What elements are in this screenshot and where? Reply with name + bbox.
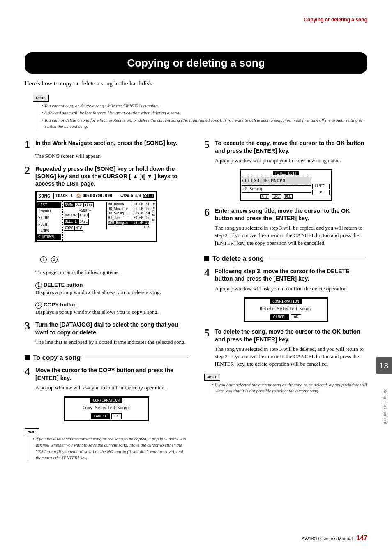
scr-btn: NAME xyxy=(64,202,74,207)
step-head: Move the cursor to the COPY button and p… xyxy=(35,366,188,381)
footer: AW1600 Owner's Manual 147 xyxy=(302,534,367,543)
step-number: 5 xyxy=(204,139,215,150)
meter-label: L R xyxy=(108,225,149,229)
item-body: Displays a popup window that allows you … xyxy=(35,309,188,316)
scr-btn: LOAD xyxy=(78,213,89,218)
song-row-selected: JP_Swing xyxy=(108,211,124,216)
popup-msg: Copy Selected Song? xyxy=(65,403,148,412)
note-text: If you have selected the current song as… xyxy=(215,382,367,393)
step-head: To delete the song, move the cursor to t… xyxy=(215,328,367,343)
step-head: To execute the copy, move the cursor to … xyxy=(215,139,367,154)
step-number: 3 xyxy=(25,321,35,332)
step-number: 1 xyxy=(25,139,35,150)
lcd-screenshot-song-list: SONG TRACK 1 🏠 00:00:00.000 ♩=120.0 4/4 … xyxy=(35,191,157,242)
lr-val: 6 xyxy=(149,206,155,210)
popup-title-edit: TITLE EDIT CDEFGHIJKLMNOPQ JP_Swing A≒a … xyxy=(240,169,332,201)
step-head: Turn the [DATA/JOG] dial to select the s… xyxy=(35,321,188,336)
side-tab: SETUP xyxy=(37,215,61,221)
popup-msg: Delete Selected Song? xyxy=(245,304,327,313)
note-1: You cannot copy or delete a song while t… xyxy=(44,103,159,108)
header-section-title: Copying or deleting a song xyxy=(25,16,367,23)
hint-label: HINT xyxy=(25,428,39,435)
section-square-icon xyxy=(204,256,209,261)
popup-copy-confirm: CONFIRMATION Copy Selected Song? CANCELO… xyxy=(64,396,149,421)
callout-2: 2 xyxy=(51,256,58,263)
step-body: A popup window will ask you to confirm t… xyxy=(35,384,188,391)
te-cancel: CANCEL xyxy=(312,184,330,189)
lr-val: 48 xyxy=(149,218,155,222)
step-body: A popup window will ask you to confirm t… xyxy=(215,285,367,292)
step-body: The song you selected in step 3 will be … xyxy=(215,224,367,247)
titleedit-title: TITLE EDIT xyxy=(273,171,298,175)
footer-model: AW1600 Owner's Manual xyxy=(302,536,353,541)
intro-text: Here's how to copy or delete a song in t… xyxy=(25,79,367,88)
lr-val: 12 xyxy=(149,210,155,214)
section-square-icon xyxy=(25,355,30,360)
song-row: BB_Bossa xyxy=(108,202,124,207)
step-body: The song you selected in step 3 will be … xyxy=(215,345,367,368)
song-row: JB_Shuffle xyxy=(108,207,128,211)
enc-num: 2 xyxy=(35,302,42,309)
top-notes-block: • You cannot copy or delete a song while… xyxy=(37,103,367,130)
scr-btn-delete: DELETE xyxy=(64,219,78,224)
note-3: You cannot delete a song for which prote… xyxy=(44,117,363,129)
lr-val: 20 xyxy=(149,214,155,218)
side-tab-list: LIST xyxy=(37,202,61,208)
sort-label: SORT xyxy=(81,209,89,212)
scr-btn: NEW xyxy=(74,226,83,231)
popup-ok: OK xyxy=(111,413,122,419)
te-btn: DEL xyxy=(284,194,293,199)
step-number: 4 xyxy=(204,267,215,278)
item-title: COPY button xyxy=(44,302,77,308)
song-size: 84.0M 24 xyxy=(133,202,149,207)
popup-title: CONFIRMATION xyxy=(270,299,302,304)
side-chapter-label: Song management xyxy=(382,382,388,431)
scr-btn: OLD xyxy=(74,202,83,207)
scr-btn-copy: COPY xyxy=(64,226,74,231)
song-size: 98.7M 16 xyxy=(133,221,149,225)
popup-title: CONFIRMATION xyxy=(90,398,122,403)
te-btn: A≒a xyxy=(260,194,269,199)
step-number: 5 xyxy=(204,328,215,339)
te-ok: OK xyxy=(312,190,330,195)
note-block-2: • If you have selected the current song … xyxy=(208,382,367,394)
char-row: CDEFGHIJKLMNOPQ xyxy=(242,177,311,184)
screen-tempo: ♩=120.0 4/4 xyxy=(119,194,141,198)
note-label: NOTE xyxy=(204,374,220,381)
hint-block: • If you have selected the current song … xyxy=(28,436,188,461)
song-size: 80.0M 16 xyxy=(133,216,149,220)
step-body: A popup window will prompt you to enter … xyxy=(215,157,367,164)
popup-ok: OK xyxy=(291,314,301,320)
popup-cancel: CANCEL xyxy=(91,413,110,419)
note-label: NOTE xyxy=(33,95,49,102)
scr-btn: SAVE xyxy=(78,219,89,224)
popup-cancel: CANCEL xyxy=(270,314,290,320)
side-tab: TEMPO xyxy=(37,228,61,234)
lr-val: 0 xyxy=(149,202,155,206)
popup-delete-confirm: CONFIRMATION Delete Selected Song? CANCE… xyxy=(244,297,328,322)
song-row-hl: SRU_Boogie xyxy=(108,221,128,225)
step-number: 6 xyxy=(204,207,215,218)
hint-text: If you have selected the current song as… xyxy=(35,436,187,460)
song-row: BJ_Jam xyxy=(108,216,120,220)
step-head: Following step 3, move the cursor to the… xyxy=(215,267,367,282)
step-body: The line that is enclosed by a dotted fr… xyxy=(35,339,188,346)
side-tab: SHUTDWN xyxy=(37,234,61,240)
screen-bar: 001.1 xyxy=(143,194,154,198)
step-head: Repeatedly press the [SONG] key or hold … xyxy=(35,165,188,188)
screen-counter: 00:00:00.000 xyxy=(83,193,112,199)
song-size: 153M 24 xyxy=(135,211,149,216)
items-intro: This page contains the following items. xyxy=(35,269,188,276)
step-body: The SONG screen will appear. xyxy=(35,152,188,160)
step-head: In the Work Navigate section, press the … xyxy=(35,139,178,147)
section-title: To delete a song xyxy=(212,254,264,263)
side-tab: POINT xyxy=(37,221,61,228)
item-title: DELETE button xyxy=(44,282,83,288)
page-number: 147 xyxy=(356,534,367,541)
song-size: 61.5M 16 xyxy=(133,207,149,211)
step-number: 4 xyxy=(25,366,35,377)
step-number: 2 xyxy=(25,165,35,176)
title-input: JP_Swing xyxy=(242,185,311,193)
screen-track: TRACK 1 xyxy=(53,193,73,199)
callout-1: 1 xyxy=(40,256,47,263)
